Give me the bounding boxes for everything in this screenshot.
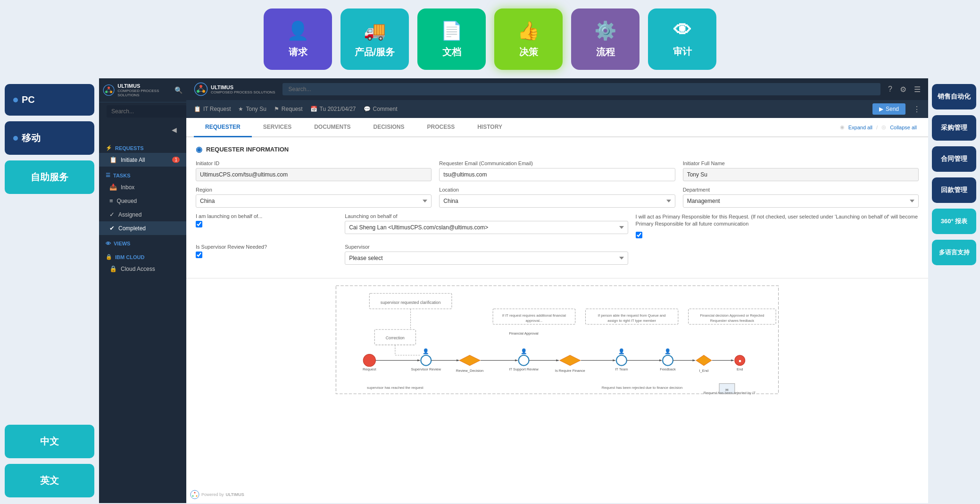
document-icon: 📄 [440, 20, 463, 41]
region-select[interactable]: China [196, 194, 432, 208]
tony-su-star-icon: ★ [238, 106, 243, 112]
expand-all-button[interactable]: Expand all [848, 125, 872, 130]
tab-history[interactable]: HISTORY [466, 118, 514, 137]
top-icon-document[interactable]: 📄 文档 [417, 8, 486, 70]
requester-email-label: Requester Email (Communication Email) [439, 160, 675, 166]
tab-requester[interactable]: REQUESTER [194, 118, 252, 137]
breadcrumb-more-icon[interactable]: ⋮ [913, 105, 921, 114]
tab-process[interactable]: PROCESS [416, 118, 466, 137]
breadcrumb-date[interactable]: 📅 Tu 2021/04/27 [310, 106, 356, 112]
svg-text:👤: 👤 [664, 348, 671, 354]
requester-email-input[interactable] [439, 168, 675, 181]
nav-collapse-area: ◀ [99, 120, 186, 139]
process-diagram-svg: supervisor requested clarification Corre… [191, 283, 923, 396]
right-btn-contract[interactable]: 合同管理 [932, 146, 976, 172]
requester-email-field: Requester Email (Communication Email) [439, 160, 675, 181]
svg-point-8 [199, 85, 202, 88]
left-btn-mobile[interactable]: 移动 [5, 121, 94, 155]
supervisor-select[interactable]: Please select [345, 252, 628, 265]
left-btn-mobile-label: 移动 [22, 132, 41, 144]
tab-services[interactable]: SERVICES [252, 118, 303, 137]
request-flag-icon: ⚑ [274, 106, 279, 112]
left-btn-english[interactable]: 英文 [5, 464, 94, 497]
svg-text:If IT request requires additio: If IT request requires additional financ… [502, 313, 566, 318]
left-panel: PC 移动 自助服务 中文 英文 [0, 78, 99, 503]
supervisor-review-checkbox[interactable] [196, 252, 202, 258]
nav-item-queued[interactable]: ≡ Queued [99, 194, 186, 208]
decision-icon: 👍 [517, 20, 540, 41]
nav-item-assigned[interactable]: ✓ Assigned [99, 208, 186, 221]
right-btn-refund[interactable]: 回款管理 [932, 177, 976, 203]
svg-point-70 [196, 496, 198, 497]
nav-item-cloud-access[interactable]: 🔒 Cloud Access [99, 262, 186, 276]
department-select[interactable]: Management [683, 194, 919, 208]
svg-line-11 [198, 88, 201, 90]
location-select[interactable]: China [439, 194, 675, 208]
nav-search-icon: 🔍 [174, 86, 183, 94]
nav-sidebar: ULTIMUS COMPOSED PROCESS SOLUTIONS 🔍 ◀ ⚡… [99, 78, 186, 503]
right-btn-purchase[interactable]: 采购管理 [932, 115, 976, 141]
powered-by: Powered by ULTIMUS [190, 490, 244, 499]
initiator-fullname-label: Initiator Full Name [683, 160, 919, 166]
department-field: Department Management [683, 187, 919, 208]
svg-point-69 [192, 496, 194, 497]
launching-behalf-check-field: I am launching on behalf of... [196, 213, 337, 238]
breadcrumb-request[interactable]: ⚑ Request [274, 106, 303, 112]
nav-logo-sub: COMPOSED PROCESS SOLUTIONS [117, 89, 172, 97]
help-icon[interactable]: ? [888, 85, 892, 93]
nav-section-requests: ⚡ REQUESTS [99, 139, 186, 153]
top-icon-audit[interactable]: 👁 审计 [648, 8, 716, 70]
views-eye-icon: 👁 [106, 241, 111, 246]
left-btn-self-service[interactable]: 自助服务 [5, 160, 94, 194]
svg-marker-34 [696, 355, 712, 366]
right-btn-sales[interactable]: 销售自动化 [932, 84, 976, 109]
supervisor-review-checkbox-row [196, 252, 337, 258]
region-field: Region China [196, 187, 432, 208]
launching-behalf-user-field: Launching on behalf of Cai Sheng Lan <Ul… [345, 213, 628, 238]
right-btn-report[interactable]: 360° 报表 [932, 209, 976, 234]
right-btn-multilang[interactable]: 多语言支持 [932, 240, 976, 265]
topbar-search-input[interactable] [282, 83, 880, 95]
nav-search-input[interactable] [107, 105, 186, 118]
breadcrumb-tony-su[interactable]: ★ Tony Su [238, 106, 266, 112]
nav-item-initiate-all[interactable]: 📋 Initiate All 1 [99, 153, 186, 167]
form-row-2: Region China Location China Department M… [196, 187, 919, 208]
form-row-1: Initiator ID Requester Email (Communicat… [196, 160, 919, 181]
top-icon-product[interactable]: 🚚 产品/服务 [341, 8, 409, 70]
left-btn-chinese[interactable]: 中文 [5, 425, 94, 458]
breadcrumb-it-request[interactable]: 📋 IT Request [194, 106, 231, 112]
send-button[interactable]: ▶ Send [872, 103, 905, 115]
svg-text:Request: Request [363, 367, 376, 371]
svg-text:IT Team: IT Team [615, 367, 628, 371]
svg-text:supervisor has reached the req: supervisor has reached the request [367, 385, 424, 389]
tab-decisions[interactable]: DECISIONS [362, 118, 416, 137]
launching-behalf-user-select[interactable]: Cai Sheng Lan <UltimusCPS.com/cslan@ulti… [345, 221, 628, 234]
launching-behalf-checkbox[interactable] [196, 221, 202, 227]
tab-documents[interactable]: DOCUMENTS [303, 118, 362, 137]
launching-behalf-label: I am launching on behalf of... [196, 213, 337, 219]
svg-text:Is Require Finance: Is Require Finance [555, 368, 585, 372]
breadcrumb-comment[interactable]: 💬 Comment [364, 106, 398, 112]
svg-text:👤: 👤 [618, 348, 625, 354]
queued-icon: ≡ [109, 197, 113, 204]
assigned-icon: ✓ [109, 211, 115, 218]
comment-bubble-icon: 💬 [364, 106, 371, 112]
left-btn-pc[interactable]: PC [5, 84, 94, 116]
settings-icon[interactable]: ⚙ [900, 85, 906, 94]
collapse-all-button[interactable]: Collapse all [890, 125, 917, 130]
nav-collapse-button[interactable]: ◀ [166, 122, 183, 137]
menu-icon[interactable]: ☰ [914, 85, 921, 94]
svg-text:Request has been rejected due : Request has been rejected due to finance… [602, 385, 682, 389]
top-icon-process[interactable]: ⚙️ 流程 [571, 8, 639, 70]
primary-note-field: I will act as Primary Responsible for th… [636, 213, 919, 238]
svg-text:If person able the request fro: If person able the request from Queue an… [598, 313, 666, 318]
nav-item-completed[interactable]: ✔ Completed [99, 221, 186, 235]
nav-item-inbox[interactable]: 📥 Inbox [99, 180, 186, 194]
top-icon-request[interactable]: 👤 请求 [264, 8, 332, 70]
primary-note-checkbox[interactable] [636, 232, 642, 238]
request-icon: 👤 [287, 20, 309, 41]
form-collapse-icon[interactable]: ◉ [196, 145, 202, 154]
svg-text:Rejection: Rejection [720, 395, 735, 396]
process-icon: ⚙️ [594, 20, 616, 41]
top-icon-decision[interactable]: 👍 决策 [494, 8, 563, 70]
